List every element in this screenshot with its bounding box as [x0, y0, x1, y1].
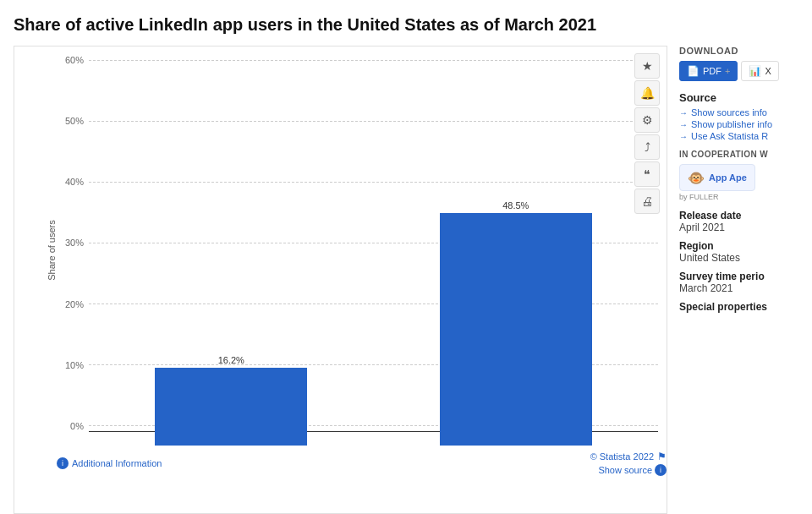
arrow-right-icon: → — [679, 108, 688, 118]
appape-sub: by FULLER — [679, 193, 719, 201]
star-icon[interactable]: ★ — [634, 53, 660, 79]
flag-icon: ⚑ — [657, 451, 667, 462]
region-item: Region United States — [679, 240, 798, 264]
xls-download-button[interactable]: 📊 X — [741, 61, 778, 81]
chart-toolbar: ★🔔⚙⤴❝🖨 — [634, 53, 660, 214]
print-icon[interactable]: 🖨 — [634, 189, 660, 214]
share-icon[interactable]: ⤴ — [634, 134, 660, 160]
release-date-value: April 2021 — [679, 221, 798, 233]
bar-group: 48.5% — [431, 200, 601, 446]
source-title: Source — [679, 91, 798, 104]
show-publisher-link[interactable]: → Show publisher info — [679, 119, 798, 129]
gear-icon[interactable]: ⚙ — [634, 107, 660, 133]
show-sources-link[interactable]: → Show sources info — [679, 107, 798, 118]
survey-period-item: Survey time perio March 2021 — [679, 271, 798, 294]
region-value: United States — [679, 252, 798, 264]
arrow-right-icon-3: → — [679, 132, 688, 141]
release-date-label: Release date — [679, 210, 798, 221]
meta-section: Release date April 2021 Region United St… — [679, 210, 798, 313]
chart-footer: i Additional Information © Statista 2022… — [57, 446, 667, 479]
chart-footer-right: © Statista 2022 ⚑ Show source i — [590, 451, 667, 476]
grid-label: 40% — [57, 177, 84, 187]
y-axis-label: Share of users — [47, 220, 57, 281]
special-properties-label: Special properties — [679, 301, 798, 313]
bar-group: 16.2% — [146, 355, 315, 446]
bell-icon[interactable]: 🔔 — [634, 80, 660, 106]
grid-label: 50% — [57, 116, 84, 126]
additional-info[interactable]: i Additional Information — [57, 457, 162, 469]
cooperation-section: IN COOPERATION W 🐵 App Ape by FULLER — [679, 150, 798, 201]
quote-icon[interactable]: ❝ — [634, 161, 660, 187]
cooperation-label: IN COOPERATION W — [679, 150, 798, 159]
ask-statista-link[interactable]: → Use Ask Statista R — [679, 131, 798, 141]
bars-container: 16.2% 48.5% — [89, 55, 658, 446]
arrow-right-icon-2: → — [679, 120, 688, 129]
additional-info-label[interactable]: Additional Information — [72, 458, 162, 468]
grid-label: 20% — [57, 299, 84, 309]
bar — [440, 213, 592, 446]
chart-area: Share of users 60% 50% 40% 30% 20% 10% 0… — [14, 46, 667, 514]
chart-title: Share of active LinkedIn app users in th… — [14, 14, 798, 36]
source-info-icon: i — [655, 464, 667, 476]
grid-label: 0% — [57, 421, 84, 431]
appape-logo: 🐵 App Ape by FULLER — [679, 164, 798, 201]
appape-icon: 🐵 App Ape — [679, 164, 755, 191]
xls-icon: 📊 — [749, 65, 761, 77]
info-icon: i — [57, 457, 69, 469]
survey-period-value: March 2021 — [679, 282, 798, 294]
special-properties-item: Special properties — [679, 301, 798, 313]
plus-icon: + — [725, 66, 730, 76]
show-source-link[interactable]: Show source i — [598, 464, 667, 476]
pdf-download-button[interactable]: 📄 PDF + — [679, 61, 738, 81]
download-label: DOWNLOAD — [679, 46, 798, 56]
download-section: DOWNLOAD 📄 PDF + 📊 X — [679, 46, 798, 81]
region-label: Region — [679, 240, 798, 252]
pdf-icon: 📄 — [687, 65, 700, 77]
grid-label: 30% — [57, 238, 84, 248]
download-buttons: 📄 PDF + 📊 X — [679, 61, 798, 81]
bar — [155, 368, 307, 446]
sidebar: DOWNLOAD 📄 PDF + 📊 X Source → — [667, 46, 798, 514]
release-date-item: Release date April 2021 — [679, 210, 798, 233]
bar-value-label: 16.2% — [218, 355, 244, 365]
grid-label: 60% — [57, 55, 84, 65]
survey-period-label: Survey time perio — [679, 271, 798, 282]
statista-credit: © Statista 2022 ⚑ — [590, 451, 667, 462]
source-section: Source → Show sources info → Show publis… — [679, 91, 798, 141]
bar-value-label: 48.5% — [502, 200, 529, 211]
grid-label: 10% — [57, 360, 84, 370]
